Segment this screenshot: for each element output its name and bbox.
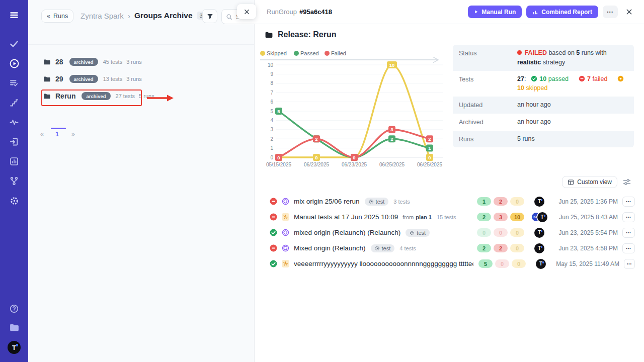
run-title[interactable]: mixed origin (Relaunch) (Relaunch) bbox=[294, 229, 400, 236]
svg-text:7: 7 bbox=[270, 90, 273, 96]
manual-run-icon bbox=[282, 260, 294, 267]
avatar[interactable]: T bbox=[534, 243, 544, 253]
combined-report-button[interactable]: Combined Report bbox=[526, 6, 598, 18]
svg-text:06/23/2025: 06/23/2025 bbox=[304, 162, 329, 167]
row-more-button[interactable]: ••• bbox=[624, 259, 635, 269]
failed-count-pill: 0 bbox=[494, 228, 508, 237]
manual-run-label: Manual Run bbox=[481, 9, 516, 16]
row-more-button[interactable]: ••• bbox=[622, 197, 635, 207]
run-title[interactable]: Mixed origin (Relaunch) bbox=[294, 244, 366, 252]
run-title[interactable]: mix origin 25/06 rerun bbox=[294, 198, 360, 205]
run-title[interactable]: veeeerrrrryyyyyyyyyy llooooooooooonnnnng… bbox=[294, 260, 473, 267]
groups-panel: « Runs Zyntra Spark › Groups Archive 3 bbox=[28, 0, 255, 362]
steps-icon[interactable] bbox=[6, 98, 22, 108]
custom-view-button[interactable]: Custom view bbox=[562, 176, 617, 188]
row-more-button[interactable]: ••• bbox=[622, 243, 635, 253]
menu-icon[interactable] bbox=[6, 10, 22, 20]
run-row[interactable]: mix origin 25/06 reruntest3 tests120TJun… bbox=[255, 194, 644, 209]
plan-link[interactable]: plan 1 bbox=[416, 214, 432, 220]
group-row-rerun[interactable]: Rerun archived 27 tests 5 runs bbox=[28, 87, 254, 105]
tests-icon[interactable] bbox=[6, 39, 22, 49]
branches-icon[interactable] bbox=[6, 176, 22, 186]
run-row[interactable]: mixed origin (Relaunch) (Relaunch)test00… bbox=[255, 225, 644, 240]
run-row[interactable]: Manual tests at 17 Jun 2025 10:09frompla… bbox=[255, 209, 644, 225]
import-icon[interactable] bbox=[6, 137, 22, 147]
avatar[interactable]: T bbox=[537, 212, 547, 222]
automated-run-icon bbox=[282, 198, 294, 205]
breadcrumb-project[interactable]: Zyntra Spark bbox=[80, 12, 124, 20]
status-row: Status FAILED based on 5 runs with reali… bbox=[453, 45, 634, 71]
custom-view-label: Custom view bbox=[577, 178, 612, 186]
sidebar-bottom: T bbox=[6, 304, 22, 362]
back-to-runs-button[interactable]: « Runs bbox=[41, 10, 73, 23]
rungroup-title-text: Release: Rerun bbox=[278, 30, 337, 39]
archived-value: an hour ago bbox=[517, 117, 628, 127]
avatars: T bbox=[524, 243, 554, 253]
group-tests-count: 45 tests bbox=[103, 59, 123, 65]
svg-text:2: 2 bbox=[315, 136, 317, 142]
svg-text:5: 5 bbox=[270, 109, 273, 114]
rungroup-id: #95a6c418 bbox=[299, 8, 332, 16]
svg-text:0: 0 bbox=[277, 155, 280, 160]
runs-row: Runs 5 runs bbox=[453, 131, 634, 148]
test-tag-badge: test bbox=[365, 198, 389, 206]
group-row[interactable]: 29 archived 13 tests 3 runs bbox=[28, 70, 254, 87]
row-more-button[interactable]: ••• bbox=[622, 228, 635, 238]
settings-gear-icon[interactable] bbox=[6, 196, 22, 206]
back-chevron: « bbox=[47, 13, 50, 20]
group-row[interactable]: 28 archived 45 tests 3 runs bbox=[28, 53, 254, 70]
avatar[interactable]: T bbox=[534, 197, 544, 207]
run-row[interactable]: veeeerrrrryyyyyyyyyy llooooooooooonnnnng… bbox=[255, 256, 644, 272]
run-date: Jun 25, 2025 8:43 AM bbox=[554, 214, 618, 221]
archived-badge: archived bbox=[69, 75, 98, 83]
tag-label: test bbox=[382, 245, 391, 251]
reports-icon[interactable] bbox=[6, 156, 22, 166]
row-more-button[interactable]: ••• bbox=[622, 212, 635, 222]
run-date: Jun 25, 2025 1:36 PM bbox=[554, 198, 618, 205]
avatars: KET bbox=[524, 212, 554, 222]
gear-icon bbox=[410, 230, 415, 235]
header-more-button[interactable]: ••• bbox=[603, 6, 618, 18]
run-row[interactable]: Mixed origin (Relaunch)test4 tests220TJu… bbox=[255, 240, 644, 256]
updated-row: Updated an hour ago bbox=[453, 97, 634, 114]
passed-count-pill: 1 bbox=[477, 197, 491, 206]
help-icon[interactable] bbox=[6, 304, 22, 314]
prev-page-button[interactable]: « bbox=[40, 131, 44, 138]
svg-text:10: 10 bbox=[389, 62, 395, 68]
avatar[interactable]: T bbox=[536, 259, 546, 269]
page-number[interactable]: 1 bbox=[55, 131, 59, 138]
pulse-icon[interactable] bbox=[6, 117, 22, 127]
sliders-icon[interactable] bbox=[623, 178, 631, 186]
svg-text:0: 0 bbox=[353, 155, 355, 160]
app: T « Runs Zyntra Spark › Groups Archive 3 bbox=[0, 0, 644, 362]
avatar[interactable]: T bbox=[534, 228, 544, 238]
manual-run-button[interactable]: Manual Run bbox=[468, 6, 522, 18]
info-label: Runs bbox=[459, 134, 517, 144]
folder-icon bbox=[43, 75, 51, 83]
passed-count-pill: 2 bbox=[477, 244, 491, 252]
result-counts: 500 bbox=[478, 259, 526, 268]
combined-report-label: Combined Report bbox=[541, 9, 592, 16]
list-toolbar: Custom view bbox=[562, 176, 631, 188]
svg-text:05/15/2025: 05/15/2025 bbox=[266, 162, 291, 167]
filter-button[interactable] bbox=[202, 9, 217, 23]
svg-text:2: 2 bbox=[390, 136, 393, 142]
svg-text:Failed: Failed bbox=[331, 50, 346, 56]
rungroup-title: Release: Rerun bbox=[265, 30, 337, 39]
info-label: Status bbox=[459, 48, 517, 67]
info-label: Updated bbox=[459, 100, 517, 110]
user-avatar[interactable]: T bbox=[8, 341, 21, 354]
svg-text:06/25/2025: 06/25/2025 bbox=[417, 162, 442, 167]
test-plans-icon[interactable] bbox=[6, 78, 22, 88]
next-page-button[interactable]: » bbox=[71, 131, 75, 138]
from-label: from bbox=[403, 214, 414, 220]
failed-count-pill: 0 bbox=[495, 259, 509, 268]
runs-icon[interactable] bbox=[6, 58, 22, 68]
projects-folder-icon[interactable] bbox=[6, 322, 22, 332]
panel-close-button[interactable] bbox=[625, 8, 633, 16]
run-title[interactable]: Manual tests at 17 Jun 2025 10:09 bbox=[294, 213, 398, 221]
tests-row: Tests 27: 10 passed 7 failed 10 skipped bbox=[453, 71, 634, 97]
svg-text:8: 8 bbox=[270, 80, 273, 86]
popover-close-button[interactable] bbox=[237, 4, 256, 19]
page-title: Groups Archive bbox=[134, 11, 193, 20]
